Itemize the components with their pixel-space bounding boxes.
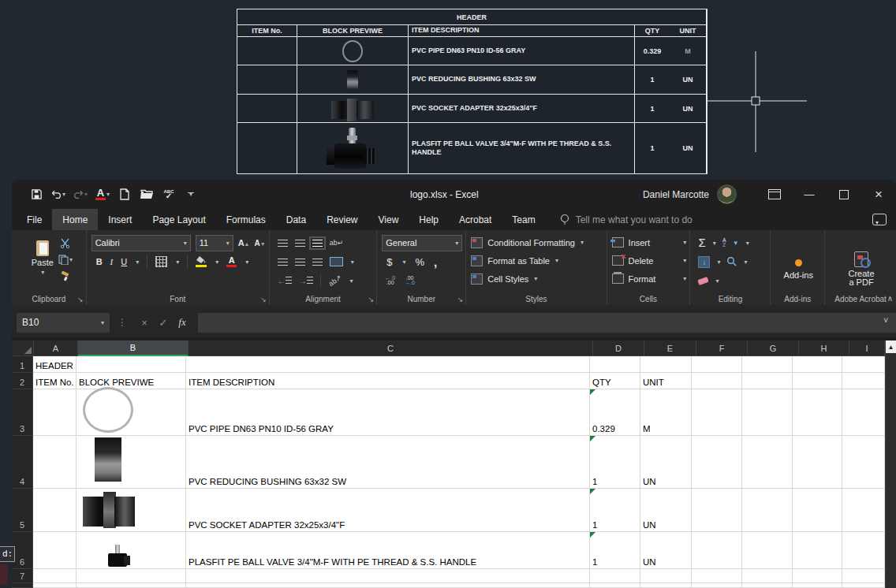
cell-D6[interactable]: 1 — [590, 532, 640, 569]
fill-color-icon[interactable] — [196, 256, 207, 267]
close-button[interactable]: × — [861, 180, 896, 209]
font-color-qat-icon[interactable]: A▾ — [95, 188, 110, 202]
cell-I8[interactable] — [842, 583, 885, 588]
cell-A3[interactable] — [33, 389, 77, 436]
cell-F3[interactable] — [692, 389, 742, 436]
underline-icon[interactable]: U — [121, 257, 127, 266]
wrap-text-icon[interactable]: ab↵ — [330, 239, 344, 247]
tab-acrobat[interactable]: Acrobat — [449, 209, 502, 230]
decrease-font-icon[interactable]: A▼ — [255, 239, 266, 247]
cell-A6[interactable] — [33, 532, 77, 569]
cell-A1[interactable]: HEADER — [33, 356, 77, 373]
cell-B5[interactable] — [77, 489, 186, 532]
save-icon[interactable] — [29, 188, 43, 202]
cell-A5[interactable] — [33, 489, 77, 532]
cell-F7[interactable] — [692, 569, 742, 583]
clipboard-dialog-launcher-icon[interactable]: ↘ — [77, 296, 84, 303]
cell-D4[interactable]: 1 — [590, 436, 640, 489]
cell-D3[interactable]: 0.329 — [590, 389, 640, 436]
cell-I7[interactable] — [842, 569, 885, 583]
tell-me-search[interactable]: Tell me what you want to do — [560, 214, 693, 226]
cell-F2[interactable] — [692, 373, 742, 389]
tab-file[interactable]: File — [17, 209, 52, 230]
col-header-I[interactable]: I — [849, 341, 885, 356]
percent-style-icon[interactable]: % — [416, 256, 425, 268]
row-header-4[interactable]: 4 — [12, 436, 33, 489]
vertical-scrollbar[interactable]: ▲ — [885, 341, 896, 588]
cell-B6[interactable] — [77, 532, 186, 569]
cell-I1[interactable] — [842, 356, 885, 373]
cell-B4[interactable] — [77, 436, 186, 489]
cell-C6[interactable]: PLASFIT PE BALL VALVE 3/4"M-F WITH PE TH… — [186, 532, 590, 569]
paste-button[interactable]: Paste▾ — [27, 233, 58, 283]
cell-G6[interactable] — [742, 532, 793, 569]
col-header-D[interactable]: D — [593, 341, 644, 356]
cell-F4[interactable] — [692, 436, 742, 489]
cell-H6[interactable] — [793, 532, 842, 569]
cell-C3[interactable]: PVC PIPE DN63 PN10 ID-56 GRAY — [186, 389, 590, 436]
bottom-align-icon[interactable] — [312, 240, 323, 247]
cell-E6[interactable]: UN — [640, 532, 692, 569]
cell-D5[interactable]: 1 — [590, 489, 640, 532]
col-header-C[interactable]: C — [189, 341, 593, 356]
autosum-icon[interactable]: Σ — [698, 237, 705, 248]
col-header-H[interactable]: H — [799, 341, 849, 356]
insert-function-icon[interactable]: fx — [173, 316, 192, 329]
cell-E4[interactable]: UN — [640, 436, 692, 489]
accounting-format-icon[interactable]: $ — [386, 256, 392, 268]
borders-icon[interactable] — [155, 256, 167, 267]
alignment-dialog-launcher-icon[interactable]: ↘ — [368, 296, 375, 303]
cell-C8[interactable] — [186, 583, 590, 588]
create-pdf-button[interactable]: Create a PDF — [844, 250, 879, 288]
increase-indent-icon[interactable]: → — [299, 277, 313, 285]
comma-style-icon[interactable]: , — [434, 255, 437, 269]
cell-E5[interactable]: UN — [640, 489, 692, 532]
undo-dropdown-icon[interactable]: ▾ — [62, 191, 65, 198]
cell-A8[interactable] — [33, 583, 77, 588]
cell-B8[interactable] — [77, 583, 186, 588]
row-header-2[interactable]: 2 — [12, 373, 33, 389]
cell-B2[interactable]: BLOCK PREVIWE — [77, 373, 186, 389]
collapse-ribbon-icon[interactable]: ∧ — [887, 294, 893, 303]
cell-H4[interactable] — [793, 436, 842, 489]
row-header-5[interactable]: 5 — [12, 489, 33, 532]
merge-center-icon[interactable] — [330, 257, 343, 266]
tab-data[interactable]: Data — [276, 209, 316, 230]
select-all-corner[interactable] — [12, 341, 34, 356]
row-header-8[interactable] — [12, 583, 33, 588]
cell-I4[interactable] — [842, 436, 885, 489]
cell-E2[interactable]: UNIT — [640, 373, 692, 389]
row-header-7[interactable]: 7 — [12, 569, 33, 583]
cell-E3[interactable]: M — [640, 389, 692, 436]
format-painter-icon[interactable] — [58, 269, 73, 283]
cell-D7[interactable] — [590, 569, 640, 583]
font-color-qat-dropdown-icon[interactable]: ▾ — [106, 191, 110, 198]
spell-check-icon[interactable]: ABC✓ — [162, 188, 176, 202]
fill-down-icon[interactable]: ↓ — [698, 256, 710, 268]
cell-E7[interactable] — [640, 569, 692, 583]
insert-cells-button[interactable]: Insert — [629, 238, 651, 247]
cell-C7[interactable] — [186, 569, 590, 583]
cell-G8[interactable] — [742, 583, 793, 588]
cell-C5[interactable]: PVC SOCKET ADAPTER 32x25x3/4"F — [186, 489, 590, 532]
cell-H3[interactable] — [793, 389, 842, 436]
bold-icon[interactable]: B — [96, 257, 103, 266]
maximize-button[interactable] — [827, 180, 861, 209]
cell-G2[interactable] — [742, 373, 793, 389]
cell-A4[interactable] — [33, 436, 77, 489]
minimize-button[interactable]: — — [792, 180, 827, 209]
font-size-combobox[interactable]: 11▾ — [196, 235, 233, 251]
cell-E8[interactable] — [640, 583, 692, 588]
cell-C4[interactable]: PVC REDUCING BUSHING 63x32 SW — [186, 436, 590, 489]
cell-H1[interactable] — [793, 356, 842, 373]
tab-page-layout[interactable]: Page Layout — [142, 209, 215, 230]
sort-filter-icon[interactable]: AZ — [722, 238, 726, 247]
scroll-up-icon[interactable]: ▲ — [886, 341, 896, 353]
find-select-icon[interactable] — [726, 256, 737, 268]
cell-I3[interactable] — [842, 389, 885, 436]
clear-icon[interactable] — [698, 276, 710, 285]
cell-D2[interactable]: QTY — [590, 373, 640, 389]
orientation-icon[interactable]: ab↗ — [327, 274, 343, 288]
cancel-entry-icon[interactable]: × — [135, 317, 154, 329]
tab-review[interactable]: Review — [316, 209, 368, 230]
